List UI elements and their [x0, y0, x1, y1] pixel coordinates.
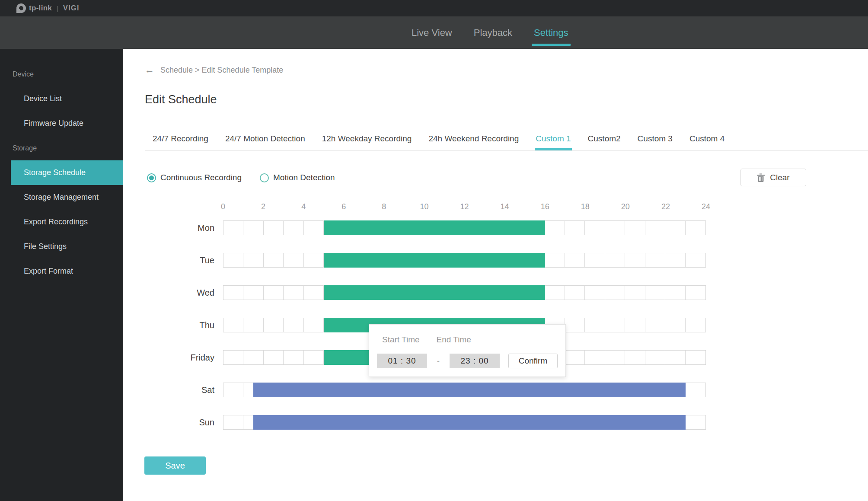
cell-friday-17[interactable] [565, 351, 585, 364]
cell-thu-23[interactable] [686, 318, 705, 332]
cell-thu-3[interactable] [284, 318, 303, 332]
cell-wed-17[interactable] [565, 286, 585, 300]
confirm-button[interactable]: Confirm [508, 354, 558, 368]
sidebar-item-storage-management[interactable]: Storage Management [0, 185, 123, 210]
cell-tue-20[interactable] [625, 253, 645, 267]
cell-mon-18[interactable] [585, 221, 605, 235]
cell-tue-1[interactable] [243, 253, 263, 267]
hour-label-24: 24 [702, 202, 710, 211]
cell-mon-22[interactable] [665, 221, 685, 235]
day-row-mon: Mon [223, 220, 706, 235]
sidebar-item-storage-schedule[interactable]: Storage Schedule [11, 160, 123, 185]
cell-friday-22[interactable] [665, 351, 685, 364]
day-label-sat: Sat [150, 385, 214, 395]
start-time-input[interactable]: 01 : 30 [377, 354, 427, 368]
cell-thu-21[interactable] [645, 318, 665, 332]
cell-tue-3[interactable] [284, 253, 303, 267]
cell-tue-21[interactable] [645, 253, 665, 267]
sidebar-item-firmware-update[interactable]: Firmware Update [0, 111, 123, 136]
cell-mon-1[interactable] [243, 221, 263, 235]
hour-label-6: 6 [341, 202, 346, 211]
cell-thu-1[interactable] [243, 318, 263, 332]
cell-mon-21[interactable] [645, 221, 665, 235]
end-time-label: End Time [437, 335, 471, 345]
cell-mon-23[interactable] [686, 221, 705, 235]
cell-mon-2[interactable] [264, 221, 284, 235]
cell-mon-20[interactable] [625, 221, 645, 235]
cell-wed-20[interactable] [625, 286, 645, 300]
nav-item-live-view[interactable]: Live View [411, 27, 453, 38]
cell-wed-2[interactable] [264, 286, 284, 300]
schedule-bar-tue[interactable] [324, 253, 545, 268]
cell-sun-23[interactable] [686, 415, 705, 429]
cell-tue-2[interactable] [264, 253, 284, 267]
cell-wed-23[interactable] [686, 286, 705, 300]
cell-wed-18[interactable] [585, 286, 605, 300]
cell-mon-0[interactable] [223, 221, 243, 235]
cell-wed-19[interactable] [605, 286, 625, 300]
cell-wed-21[interactable] [645, 286, 665, 300]
cell-thu-4[interactable] [304, 318, 324, 332]
hour-label-14: 14 [501, 202, 509, 211]
cell-friday-4[interactable] [304, 351, 324, 364]
cell-thu-17[interactable] [565, 318, 585, 332]
nav-item-settings[interactable]: Settings [533, 27, 569, 38]
schedule-bar-mon[interactable] [324, 220, 545, 235]
cell-friday-2[interactable] [264, 351, 284, 364]
schedule-bar-wed[interactable] [324, 285, 545, 300]
cell-thu-19[interactable] [605, 318, 625, 332]
cell-thu-2[interactable] [264, 318, 284, 332]
nav-item-playback[interactable]: Playback [473, 27, 513, 38]
cell-mon-16[interactable] [545, 221, 565, 235]
save-button[interactable]: Save [144, 456, 206, 475]
cell-friday-18[interactable] [585, 351, 605, 364]
tplink-logo-text: tp-link [29, 4, 52, 13]
sidebar-item-file-settings[interactable]: File Settings [0, 234, 123, 259]
cell-mon-17[interactable] [565, 221, 585, 235]
cell-thu-18[interactable] [585, 318, 605, 332]
hour-label-0: 0 [221, 202, 225, 211]
time-range-dash: - [427, 356, 450, 366]
tplink-vigi-logo: tp-link | VIGI [16, 3, 80, 13]
schedule-bar-sat[interactable] [253, 383, 686, 397]
cell-wed-16[interactable] [545, 286, 565, 300]
end-time-input[interactable]: 23 : 00 [450, 354, 500, 368]
cell-tue-23[interactable] [686, 253, 705, 267]
cell-wed-1[interactable] [243, 286, 263, 300]
cell-tue-4[interactable] [304, 253, 324, 267]
cell-tue-19[interactable] [605, 253, 625, 267]
cell-friday-3[interactable] [284, 351, 303, 364]
cell-tue-18[interactable] [585, 253, 605, 267]
cell-tue-0[interactable] [223, 253, 243, 267]
cell-friday-0[interactable] [223, 351, 243, 364]
vigi-logo-text: VIGI [63, 4, 80, 12]
cell-friday-21[interactable] [645, 351, 665, 364]
cell-friday-19[interactable] [605, 351, 625, 364]
cell-wed-0[interactable] [223, 286, 243, 300]
cell-friday-20[interactable] [625, 351, 645, 364]
schedule-bar-sun[interactable] [253, 415, 686, 430]
cell-mon-3[interactable] [284, 221, 303, 235]
cell-tue-17[interactable] [565, 253, 585, 267]
hour-label-8: 8 [382, 202, 386, 211]
cell-wed-3[interactable] [284, 286, 303, 300]
cell-mon-4[interactable] [304, 221, 324, 235]
sidebar-item-export-format[interactable]: Export Format [0, 259, 123, 284]
cell-friday-1[interactable] [243, 351, 263, 364]
cell-sun-0[interactable] [223, 415, 243, 429]
cell-friday-23[interactable] [686, 351, 705, 364]
cell-thu-22[interactable] [665, 318, 685, 332]
cell-sat-23[interactable] [686, 383, 705, 397]
cell-tue-16[interactable] [545, 253, 565, 267]
cell-thu-20[interactable] [625, 318, 645, 332]
cell-wed-4[interactable] [304, 286, 324, 300]
cell-mon-19[interactable] [605, 221, 625, 235]
cell-thu-0[interactable] [223, 318, 243, 332]
cell-wed-22[interactable] [665, 286, 685, 300]
sidebar-item-export-recordings[interactable]: Export Recordings [0, 210, 123, 234]
tplink-logo-icon [16, 3, 26, 13]
sidebar-item-device-list[interactable]: Device List [0, 86, 123, 111]
main-content: ← Schedule > Edit Schedule Template Edit… [123, 49, 868, 501]
cell-sat-0[interactable] [223, 383, 243, 397]
cell-tue-22[interactable] [665, 253, 685, 267]
